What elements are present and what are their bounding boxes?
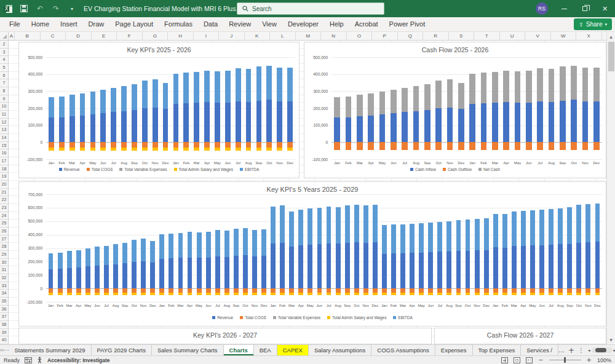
bar-segment-cash-outflow[interactable] xyxy=(391,142,397,149)
bar-segment-cash-inflow[interactable] xyxy=(368,116,374,143)
bar-segment-ebitda[interactable] xyxy=(298,210,303,245)
bar-segment-total-admin-salary-and-wages[interactable] xyxy=(266,148,272,150)
vertical-scroll-thumb[interactable] xyxy=(608,42,614,71)
column-header-X[interactable]: X xyxy=(576,32,602,40)
bar-segment-cash-outflow[interactable] xyxy=(402,142,408,149)
bar-segment-cash-inflow[interactable] xyxy=(537,101,543,142)
row-header-26[interactable]: 26 xyxy=(0,228,8,235)
bar-segment-revenue[interactable] xyxy=(271,243,276,288)
bar-segment-total-admin-salary-and-wages[interactable] xyxy=(224,293,229,295)
bar-segment-revenue[interactable] xyxy=(298,245,303,288)
bar-segment-ebitda[interactable] xyxy=(456,220,461,251)
bar-segment-total-admin-salary-and-wages[interactable] xyxy=(595,293,600,295)
bar-segment-total-admin-salary-and-wages[interactable] xyxy=(271,293,276,295)
column-header-S[interactable]: S xyxy=(449,32,475,40)
row-header-3[interactable]: 3 xyxy=(0,49,8,57)
bar-segment-revenue[interactable] xyxy=(456,251,461,288)
bar-segment-revenue[interactable] xyxy=(204,102,210,142)
bar-segment-revenue[interactable] xyxy=(142,108,148,142)
bar-segment-total-admin-salary-and-wages[interactable] xyxy=(215,148,220,150)
row-header-30[interactable]: 30 xyxy=(0,259,8,267)
bar-segment-revenue[interactable] xyxy=(58,269,63,288)
column-header-F[interactable]: F xyxy=(117,32,143,40)
bar-segment-total-cogs[interactable] xyxy=(49,142,54,147)
bar-segment-net-cash[interactable] xyxy=(334,97,340,117)
bar-segment-revenue[interactable] xyxy=(132,110,137,142)
bar-segment-total-admin-salary-and-wages[interactable] xyxy=(80,148,85,150)
bar-segment-revenue[interactable] xyxy=(484,250,489,289)
bar-segment-cash-outflow[interactable] xyxy=(357,142,363,149)
bar-segment-net-cash[interactable] xyxy=(435,81,442,108)
bar-segment-total-admin-salary-and-wages[interactable] xyxy=(428,293,433,295)
column-header-B[interactable]: B xyxy=(15,32,41,40)
bar-segment-cash-outflow[interactable] xyxy=(424,142,430,149)
bar-segment-total-cogs[interactable] xyxy=(163,142,169,147)
bar-segment-total-admin-salary-and-wages[interactable] xyxy=(153,148,158,150)
bar-segment-ebitda[interactable] xyxy=(410,224,415,253)
bar-segment-cash-inflow[interactable] xyxy=(334,117,340,142)
bar-segment-revenue[interactable] xyxy=(327,243,331,288)
bar-segment-revenue[interactable] xyxy=(289,247,294,288)
bar-segment-ebitda[interactable] xyxy=(153,79,158,108)
bar-segment-net-cash[interactable] xyxy=(447,79,453,108)
bar-segment-cash-inflow[interactable] xyxy=(379,114,386,143)
bar-segment-revenue[interactable] xyxy=(466,251,470,288)
sheet-tab-expenses[interactable]: Expenses xyxy=(435,345,473,355)
ribbon-tab-review[interactable]: Review xyxy=(223,17,256,31)
bar-segment-ebitda[interactable] xyxy=(163,83,169,109)
bar-segment-total-admin-salary-and-wages[interactable] xyxy=(246,148,252,150)
column-header-I[interactable]: I xyxy=(194,32,220,40)
zoom-out-icon[interactable]: − xyxy=(538,357,543,363)
legend-item[interactable]: EBITDA xyxy=(240,167,259,172)
bar-segment-revenue[interactable] xyxy=(122,263,127,288)
bar-segment-total-admin-salary-and-wages[interactable] xyxy=(400,293,405,295)
bar-segment-ebitda[interactable] xyxy=(141,239,146,261)
bar-segment-total-admin-salary-and-wages[interactable] xyxy=(261,293,266,295)
bar-segment-revenue[interactable] xyxy=(252,256,257,289)
bar-segment-total-admin-salary-and-wages[interactable] xyxy=(277,148,282,150)
legend-item[interactable]: Total COGS xyxy=(240,315,266,320)
column-header-U[interactable]: U xyxy=(500,32,526,40)
bar-segment-ebitda[interactable] xyxy=(204,71,210,102)
row-header-36[interactable]: 36 xyxy=(0,306,8,314)
bar-segment-total-admin-salary-and-wages[interactable] xyxy=(336,293,341,295)
bar-segment-revenue[interactable] xyxy=(49,269,54,289)
bar-segment-cash-inflow[interactable] xyxy=(435,108,442,142)
bar-segment-cash-outflow[interactable] xyxy=(492,142,498,149)
page-break-view-icon[interactable] xyxy=(526,357,533,363)
bar-segment-total-admin-salary-and-wages[interactable] xyxy=(280,293,285,295)
chart-key-kpi-s-2025-2026[interactable]: Key KPI's 2025 - 2026-100,0000100,000200… xyxy=(18,42,300,178)
bar-segment-cash-inflow[interactable] xyxy=(560,101,566,143)
bar-segment-total-admin-salary-and-wages[interactable] xyxy=(317,293,322,295)
bar-segment-net-cash[interactable] xyxy=(593,68,600,101)
bar-segment-ebitda[interactable] xyxy=(183,73,189,103)
column-header-P[interactable]: P xyxy=(372,32,398,40)
bar-segment-net-cash[interactable] xyxy=(379,92,386,114)
bar-segment-total-admin-salary-and-wages[interactable] xyxy=(173,148,179,150)
bar-segment-cash-outflow[interactable] xyxy=(435,142,442,149)
bar-segment-revenue[interactable] xyxy=(178,258,183,288)
row-header-18[interactable]: 18 xyxy=(0,165,8,173)
bar-segment-total-admin-salary-and-wages[interactable] xyxy=(104,293,109,295)
bar-segment-cash-outflow[interactable] xyxy=(368,142,374,149)
bar-segment-revenue[interactable] xyxy=(206,258,211,289)
row-header-17[interactable]: 17 xyxy=(0,157,8,165)
bar-segment-ebitda[interactable] xyxy=(400,224,405,253)
bar-segment-total-admin-salary-and-wages[interactable] xyxy=(252,293,257,295)
bar-segment-ebitda[interactable] xyxy=(256,66,262,101)
bar-segment-cash-inflow[interactable] xyxy=(391,113,397,143)
bar-segment-total-cogs[interactable] xyxy=(225,142,231,147)
bar-segment-net-cash[interactable] xyxy=(368,93,374,115)
bar-segment-ebitda[interactable] xyxy=(243,228,248,255)
row-header-27[interactable]: 27 xyxy=(0,235,8,243)
bar-segment-cash-inflow[interactable] xyxy=(402,112,408,142)
bar-segment-revenue[interactable] xyxy=(225,103,231,143)
bar-segment-revenue[interactable] xyxy=(354,242,359,288)
bar-segment-revenue[interactable] xyxy=(345,243,350,288)
bar-segment-ebitda[interactable] xyxy=(194,72,199,103)
bar-segment-ebitda[interactable] xyxy=(373,205,378,242)
bar-segment-ebitda[interactable] xyxy=(419,223,424,253)
bar-segment-net-cash[interactable] xyxy=(537,68,543,101)
bar-segment-cash-inflow[interactable] xyxy=(357,116,363,142)
bar-segment-total-admin-salary-and-wages[interactable] xyxy=(287,148,293,150)
